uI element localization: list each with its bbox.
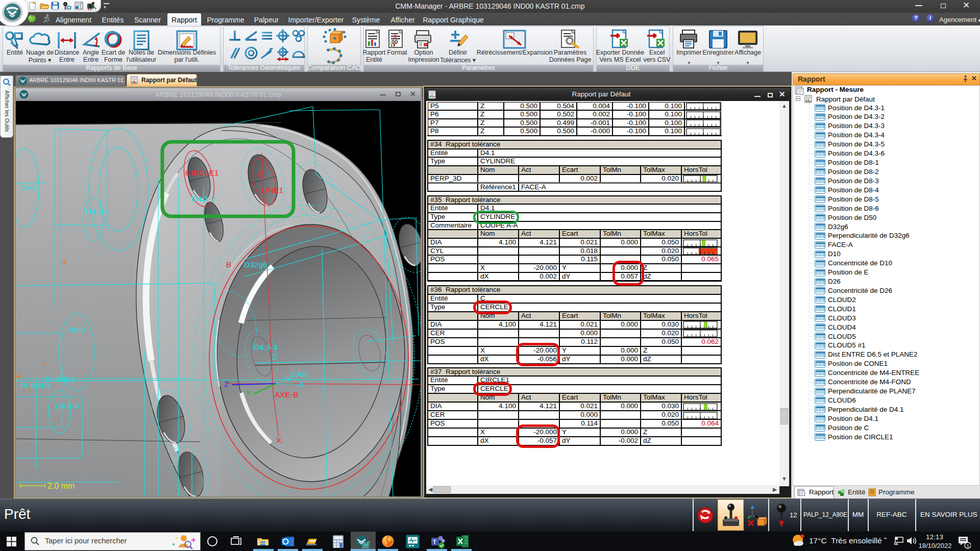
svg-text:D50: D50 [20,183,35,192]
svg-text:D8-3: D8-3 [68,325,85,334]
svg-text:CAD: CAD [291,370,308,379]
svg-text:D4.3-2: D4.3-2 [191,194,215,203]
svg-text:Y: Y [286,374,291,383]
svg-text:T: T [433,539,436,545]
svg-text:C: C [258,170,263,179]
svg-text:B: B [226,260,231,269]
svg-text:Y: Y [246,388,251,397]
svg-text:M: M [362,541,370,549]
svg-text:AXE-B: AXE-B [275,390,299,399]
svg-text:D4.3-1: D4.3-1 [86,207,110,216]
svg-text:1: 1 [967,543,969,548]
svg-text:D32g6: D32g6 [244,260,267,269]
svg-text:2.0 mm: 2.0 mm [47,482,75,490]
svg-text:X: X [276,436,282,444]
svg-text:Z: Z [224,380,229,388]
svg-text:PLANE5: PLANE5 [20,381,51,390]
svg-text:D4.3-6: D4.3-6 [55,402,79,410]
svg-text:X: X [299,380,305,388]
svg-text:LINE1: LINE1 [261,186,283,194]
svg-text:D4.3-3: D4.3-3 [254,343,278,352]
svg-text:Z: Z [272,353,277,361]
svg-text:CIRCLE1: CIRCLE1 [185,168,218,177]
